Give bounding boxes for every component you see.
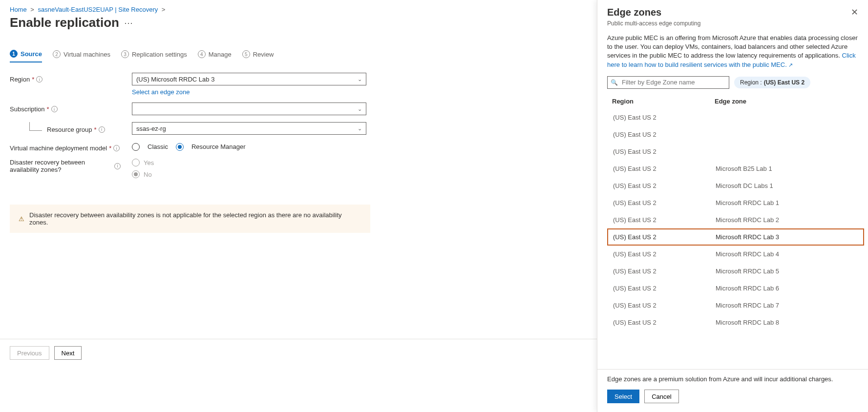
info-icon[interactable]: i (99, 126, 105, 133)
info-icon[interactable]: i (113, 145, 120, 151)
row-zone: Microsoft RRDC Lab 7 (716, 302, 858, 309)
edge-zone-row[interactable]: (US) East US 2Microsoft RRDC Lab 3 (607, 228, 864, 246)
row-zone: Microsoft RRDC Lab 6 (716, 285, 858, 292)
warning-text: Disaster recovery between availability z… (29, 211, 361, 226)
edge-zone-row[interactable]: (US) East US 2Microsoft DC Labs 1 (607, 177, 864, 194)
row-zone (716, 114, 858, 121)
step-label: Manage (209, 51, 232, 58)
search-icon: 🔍 (611, 79, 618, 86)
edge-zone-row[interactable]: (US) East US 2Microsoft B25 Lab 1 (607, 160, 864, 177)
panel-title: Edge zones (607, 7, 661, 18)
resource-group-select-value: ssas-ez-rg (136, 125, 166, 132)
edge-zones-panel: Edge zones ✕ Public multi-access edge co… (597, 0, 868, 412)
panel-description: Azure public MEC is an offering from Mic… (597, 32, 868, 74)
chevron-down-icon: ⌄ (358, 125, 362, 132)
info-icon[interactable]: i (36, 76, 42, 82)
edge-zone-row[interactable]: (US) East US 2 (607, 126, 864, 143)
connector-line (29, 122, 42, 131)
select-edge-zone-link[interactable]: Select an edge zone (132, 88, 190, 96)
row-region: (US) East US 2 (613, 216, 716, 224)
step-label: Replication settings (132, 51, 187, 58)
edge-zone-row[interactable]: (US) East US 2Microsoft RRDC Lab 1 (607, 194, 864, 211)
radio-resource-manager-label: Resource Manager (191, 143, 246, 150)
warning-banner: ⚠ Disaster recovery between availability… (10, 205, 370, 233)
edge-zone-search[interactable]: 🔍 (607, 76, 729, 89)
row-region: (US) East US 2 (613, 233, 716, 241)
info-icon[interactable]: i (51, 106, 58, 112)
previous-button: Previous (10, 346, 49, 360)
radio-dr-no (132, 170, 140, 178)
row-region: (US) East US 2 (613, 302, 716, 309)
step-label: Source (21, 50, 42, 58)
edge-zone-row[interactable]: (US) East US 2Microsoft RRDC Lab 5 (607, 263, 864, 280)
step-source[interactable]: 1Source (10, 50, 42, 62)
breadcrumb-sep: > (30, 6, 34, 13)
edge-zone-row[interactable]: (US) East US 2Microsoft RRDC Lab 4 (607, 246, 864, 263)
radio-classic[interactable] (132, 143, 140, 151)
row-zone: Microsoft RRDC Lab 4 (716, 250, 858, 258)
edge-zone-row[interactable]: (US) East US 2Microsoft RRDC Lab 2 (607, 211, 864, 228)
chevron-down-icon: ⌄ (358, 76, 362, 82)
panel-foot-note: Edge zones are a premium solution from A… (607, 375, 858, 383)
breadcrumb-home[interactable]: Home (10, 6, 27, 13)
col-edge-zone: Edge zone (715, 98, 859, 105)
col-region: Region (612, 98, 715, 105)
row-region: (US) East US 2 (613, 148, 716, 155)
breadcrumb-sep: > (162, 6, 166, 13)
region-select[interactable]: (US) Microsoft RRDC Lab 3 ⌄ (132, 73, 366, 85)
select-button[interactable]: Select (607, 390, 639, 403)
edge-zone-search-input[interactable] (621, 78, 726, 86)
row-region: (US) East US 2 (613, 131, 716, 138)
cancel-button[interactable]: Cancel (644, 390, 678, 403)
region-select-value: (US) Microsoft RRDC Lab 3 (136, 76, 214, 83)
resource-group-select[interactable]: ssas-ez-rg ⌄ (132, 122, 366, 135)
row-region: (US) East US 2 (613, 114, 716, 121)
step-manage[interactable]: 4Manage (198, 50, 232, 62)
subscription-select[interactable]: ⌄ (132, 103, 366, 115)
edge-zone-row[interactable]: (US) East US 2 (607, 143, 864, 160)
step-number: 2 (53, 50, 61, 58)
resource-group-label: Resource group* i (10, 122, 132, 134)
row-zone (716, 148, 858, 155)
info-icon[interactable]: i (114, 163, 121, 169)
step-label: Virtual machines (64, 51, 110, 58)
next-button[interactable]: Next (54, 346, 82, 360)
row-region: (US) East US 2 (613, 268, 716, 275)
row-zone: Microsoft B25 Lab 1 (716, 165, 858, 172)
edge-zone-row[interactable]: (US) East US 2Microsoft RRDC Lab 8 (607, 314, 864, 331)
chevron-down-icon: ⌄ (358, 106, 362, 112)
vm-deployment-model-label: Virtual machine deployment model* i (10, 142, 132, 152)
row-zone: Microsoft DC Labs 1 (716, 182, 858, 189)
row-region: (US) East US 2 (613, 250, 716, 258)
region-filter-pill[interactable]: Region : (US) East US 2 (734, 77, 810, 88)
row-zone: Microsoft RRDC Lab 3 (716, 233, 858, 241)
region-label: Region* i (10, 73, 132, 83)
step-virtual-machines[interactable]: 2Virtual machines (53, 50, 110, 62)
form-area: Region* i (US) Microsoft RRDC Lab 3 ⌄ Se… (0, 63, 381, 195)
panel-footer: Edge zones are a premium solution from A… (597, 369, 868, 412)
step-number: 3 (121, 50, 129, 58)
radio-resource-manager[interactable] (176, 143, 184, 151)
dr-availability-zones-label: Disaster recovery between availability z… (10, 159, 132, 173)
edge-zone-table: Region Edge zone (US) East US 2(US) East… (597, 94, 868, 369)
step-number: 4 (198, 50, 206, 58)
step-replication-settings[interactable]: 3Replication settings (121, 50, 187, 62)
warning-icon: ⚠ (19, 215, 24, 223)
edge-zone-row[interactable]: (US) East US 2Microsoft RRDC Lab 6 (607, 280, 864, 297)
row-region: (US) East US 2 (613, 319, 716, 326)
row-zone: Microsoft RRDC Lab 5 (716, 268, 858, 275)
row-zone: Microsoft RRDC Lab 8 (716, 319, 858, 326)
edge-zone-row[interactable]: (US) East US 2 (607, 109, 864, 126)
row-region: (US) East US 2 (613, 199, 716, 206)
more-actions-icon[interactable]: ⋯ (124, 18, 133, 28)
edge-zone-row[interactable]: (US) East US 2Microsoft RRDC Lab 7 (607, 297, 864, 314)
breadcrumb-vault[interactable]: sasneVault-EastUS2EUAP | Site Recovery (38, 6, 158, 13)
close-icon[interactable]: ✕ (851, 7, 858, 18)
radio-dr-no-label: No (144, 171, 152, 178)
page-title: Enable replication (10, 15, 119, 30)
row-zone: Microsoft RRDC Lab 2 (716, 216, 858, 224)
row-region: (US) East US 2 (613, 285, 716, 292)
radio-dr-yes-label: Yes (144, 159, 154, 166)
step-review[interactable]: 5Review (242, 50, 274, 62)
step-number: 1 (10, 50, 18, 58)
